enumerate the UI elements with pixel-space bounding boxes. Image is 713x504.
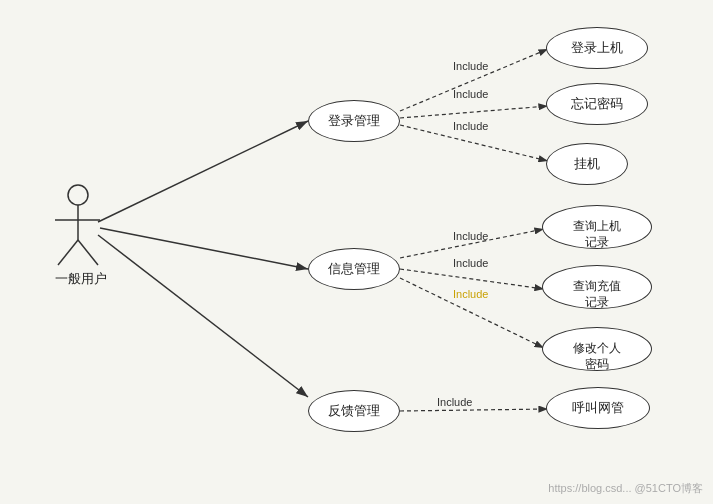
include-label-4: Include bbox=[453, 230, 488, 242]
actor-head bbox=[68, 185, 88, 205]
actor-left-leg bbox=[58, 240, 78, 265]
chaxun1-node: 查询上机记录 bbox=[542, 205, 652, 249]
actor-label: 一般用户 bbox=[55, 270, 107, 288]
info-node: 信息管理 bbox=[308, 248, 400, 290]
feedback-node: 反馈管理 bbox=[308, 390, 400, 432]
login-to-denglu bbox=[400, 49, 548, 111]
guaji-node: 挂机 bbox=[546, 143, 628, 185]
actor-label-text: 一般用户 bbox=[55, 270, 107, 288]
chaxun2-node: 查询充值记录 bbox=[542, 265, 652, 309]
diagram: Include Include Include Include Include … bbox=[0, 0, 713, 504]
include-label-5: Include bbox=[453, 257, 488, 269]
include-label-7: Include bbox=[437, 396, 472, 408]
actor-to-info bbox=[100, 228, 308, 269]
denglu-node: 登录上机 bbox=[546, 27, 648, 69]
include-label-6: Include bbox=[453, 288, 488, 300]
xiugai-node: 修改个人密码 bbox=[542, 327, 652, 371]
actor-right-leg bbox=[78, 240, 98, 265]
actor-to-feedback bbox=[98, 235, 308, 397]
feedback-to-hujiao bbox=[400, 409, 548, 411]
include-label-1: Include bbox=[453, 60, 488, 72]
actor-to-login bbox=[98, 121, 308, 222]
watermark: https://blog.csd... @51CTO博客 bbox=[548, 481, 703, 496]
wangji-node: 忘记密码 bbox=[546, 83, 648, 125]
include-label-3: Include bbox=[453, 120, 488, 132]
login-node: 登录管理 bbox=[308, 100, 400, 142]
include-label-2: Include bbox=[453, 88, 488, 100]
login-to-wangji bbox=[400, 106, 548, 118]
info-to-chaxun2 bbox=[400, 269, 544, 289]
hujiao-node: 呼叫网管 bbox=[546, 387, 650, 429]
